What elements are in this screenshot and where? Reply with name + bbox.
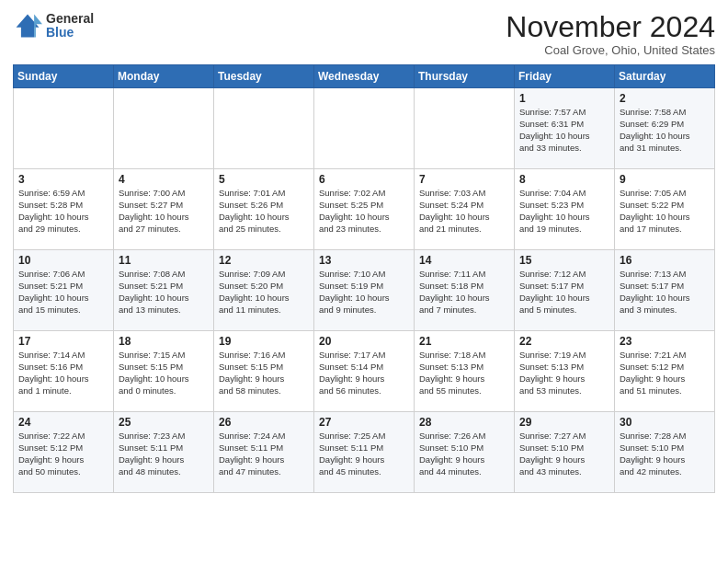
day-number: 1: [519, 92, 609, 105]
day-number: 5: [219, 173, 309, 186]
calendar-cell: 13Sunrise: 7:10 AM Sunset: 5:19 PM Dayli…: [314, 250, 415, 331]
day-info: Sunrise: 7:21 AM Sunset: 5:12 PM Dayligh…: [620, 350, 710, 396]
logo-icon: [13, 11, 42, 40]
calendar-body: 1Sunrise: 7:57 AM Sunset: 6:31 PM Daylig…: [14, 88, 715, 493]
weekday-header-friday: Friday: [515, 65, 615, 88]
calendar-cell: 16Sunrise: 7:13 AM Sunset: 5:17 PM Dayli…: [615, 250, 715, 331]
calendar-cell: 12Sunrise: 7:09 AM Sunset: 5:20 PM Dayli…: [214, 250, 314, 331]
day-info: Sunrise: 7:15 AM Sunset: 5:15 PM Dayligh…: [119, 350, 209, 396]
week-row-2: 3Sunrise: 6:59 AM Sunset: 5:28 PM Daylig…: [14, 169, 715, 250]
day-info: Sunrise: 7:11 AM Sunset: 5:18 PM Dayligh…: [419, 269, 509, 316]
day-info: Sunrise: 7:16 AM Sunset: 5:15 PM Dayligh…: [219, 350, 309, 396]
day-info: Sunrise: 7:10 AM Sunset: 5:19 PM Dayligh…: [319, 269, 409, 316]
weekday-header-saturday: Saturday: [615, 65, 715, 88]
calendar-cell: 17Sunrise: 7:14 AM Sunset: 5:16 PM Dayli…: [14, 331, 114, 412]
week-row-3: 10Sunrise: 7:06 AM Sunset: 5:21 PM Dayli…: [14, 250, 715, 331]
day-info: Sunrise: 7:06 AM Sunset: 5:21 PM Dayligh…: [18, 269, 108, 316]
calendar-cell: 4Sunrise: 7:00 AM Sunset: 5:27 PM Daylig…: [114, 169, 214, 250]
calendar-cell: 26Sunrise: 7:24 AM Sunset: 5:11 PM Dayli…: [214, 412, 314, 493]
day-info: Sunrise: 7:57 AM Sunset: 6:31 PM Dayligh…: [519, 107, 609, 154]
calendar-cell: [415, 88, 515, 169]
day-number: 16: [620, 254, 710, 267]
calendar-cell: 15Sunrise: 7:12 AM Sunset: 5:17 PM Dayli…: [515, 250, 615, 331]
day-info: Sunrise: 7:27 AM Sunset: 5:10 PM Dayligh…: [519, 431, 609, 477]
day-number: 14: [419, 254, 509, 267]
day-number: 23: [620, 335, 710, 348]
logo-general-text: General: [46, 12, 94, 26]
calendar-cell: 2Sunrise: 7:58 AM Sunset: 6:29 PM Daylig…: [615, 88, 715, 169]
day-number: 28: [419, 416, 509, 429]
day-info: Sunrise: 7:17 AM Sunset: 5:14 PM Dayligh…: [319, 350, 409, 396]
calendar-cell: 29Sunrise: 7:27 AM Sunset: 5:10 PM Dayli…: [515, 412, 615, 493]
calendar-cell: [114, 88, 214, 169]
logo-blue-text: Blue: [46, 26, 94, 40]
calendar-cell: 7Sunrise: 7:03 AM Sunset: 5:24 PM Daylig…: [415, 169, 515, 250]
weekday-header-monday: Monday: [114, 65, 214, 88]
day-info: Sunrise: 7:19 AM Sunset: 5:13 PM Dayligh…: [519, 350, 609, 396]
day-number: 29: [519, 416, 609, 429]
page: General Blue November 2024 Coal Grove, O…: [0, 0, 728, 563]
day-number: 7: [419, 173, 509, 186]
calendar-cell: 8Sunrise: 7:04 AM Sunset: 5:23 PM Daylig…: [515, 169, 615, 250]
logo: General Blue: [13, 11, 94, 40]
day-number: 18: [119, 335, 209, 348]
day-info: Sunrise: 7:05 AM Sunset: 5:22 PM Dayligh…: [620, 188, 710, 235]
day-number: 10: [18, 254, 108, 267]
day-info: Sunrise: 7:08 AM Sunset: 5:21 PM Dayligh…: [119, 269, 209, 316]
calendar-cell: 18Sunrise: 7:15 AM Sunset: 5:15 PM Dayli…: [114, 331, 214, 412]
calendar-cell: 5Sunrise: 7:01 AM Sunset: 5:26 PM Daylig…: [214, 169, 314, 250]
day-number: 22: [519, 335, 609, 348]
day-info: Sunrise: 7:14 AM Sunset: 5:16 PM Dayligh…: [18, 350, 108, 396]
header: General Blue November 2024 Coal Grove, O…: [13, 11, 715, 57]
calendar-cell: 28Sunrise: 7:26 AM Sunset: 5:10 PM Dayli…: [415, 412, 515, 493]
calendar: SundayMondayTuesdayWednesdayThursdayFrid…: [13, 64, 715, 493]
day-number: 12: [219, 254, 309, 267]
week-row-5: 24Sunrise: 7:22 AM Sunset: 5:12 PM Dayli…: [14, 412, 715, 493]
weekday-header-sunday: Sunday: [14, 65, 114, 88]
day-info: Sunrise: 7:01 AM Sunset: 5:26 PM Dayligh…: [219, 188, 309, 235]
weekday-header-thursday: Thursday: [415, 65, 515, 88]
day-number: 2: [620, 92, 710, 105]
calendar-cell: [14, 88, 114, 169]
calendar-cell: 30Sunrise: 7:28 AM Sunset: 5:10 PM Dayli…: [615, 412, 715, 493]
calendar-cell: 27Sunrise: 7:25 AM Sunset: 5:11 PM Dayli…: [314, 412, 415, 493]
day-info: Sunrise: 7:24 AM Sunset: 5:11 PM Dayligh…: [219, 431, 309, 477]
weekday-header-wednesday: Wednesday: [314, 65, 415, 88]
day-info: Sunrise: 7:25 AM Sunset: 5:11 PM Dayligh…: [319, 431, 409, 477]
day-number: 24: [18, 416, 108, 429]
day-info: Sunrise: 7:09 AM Sunset: 5:20 PM Dayligh…: [219, 269, 309, 316]
week-row-4: 17Sunrise: 7:14 AM Sunset: 5:16 PM Dayli…: [14, 331, 715, 412]
day-info: Sunrise: 7:02 AM Sunset: 5:25 PM Dayligh…: [319, 188, 409, 235]
calendar-cell: 10Sunrise: 7:06 AM Sunset: 5:21 PM Dayli…: [14, 250, 114, 331]
day-number: 26: [219, 416, 309, 429]
calendar-cell: 9Sunrise: 7:05 AM Sunset: 5:22 PM Daylig…: [615, 169, 715, 250]
day-number: 6: [319, 173, 409, 186]
day-number: 11: [119, 254, 209, 267]
day-info: Sunrise: 7:00 AM Sunset: 5:27 PM Dayligh…: [119, 188, 209, 235]
calendar-cell: 23Sunrise: 7:21 AM Sunset: 5:12 PM Dayli…: [615, 331, 715, 412]
day-number: 19: [219, 335, 309, 348]
day-number: 15: [519, 254, 609, 267]
weekday-row: SundayMondayTuesdayWednesdayThursdayFrid…: [14, 65, 715, 88]
day-info: Sunrise: 7:13 AM Sunset: 5:17 PM Dayligh…: [620, 269, 710, 316]
calendar-cell: 3Sunrise: 6:59 AM Sunset: 5:28 PM Daylig…: [14, 169, 114, 250]
day-info: Sunrise: 7:23 AM Sunset: 5:11 PM Dayligh…: [119, 431, 209, 477]
weekday-header-tuesday: Tuesday: [214, 65, 314, 88]
day-number: 17: [18, 335, 108, 348]
day-number: 4: [119, 173, 209, 186]
title-block: November 2024 Coal Grove, Ohio, United S…: [506, 11, 715, 57]
day-number: 8: [519, 173, 609, 186]
day-info: Sunrise: 7:03 AM Sunset: 5:24 PM Dayligh…: [419, 188, 509, 235]
svg-marker-1: [34, 15, 42, 38]
day-number: 20: [319, 335, 409, 348]
week-row-1: 1Sunrise: 7:57 AM Sunset: 6:31 PM Daylig…: [14, 88, 715, 169]
calendar-cell: 21Sunrise: 7:18 AM Sunset: 5:13 PM Dayli…: [415, 331, 515, 412]
day-number: 9: [620, 173, 710, 186]
day-info: Sunrise: 7:04 AM Sunset: 5:23 PM Dayligh…: [519, 188, 609, 235]
calendar-cell: 25Sunrise: 7:23 AM Sunset: 5:11 PM Dayli…: [114, 412, 214, 493]
calendar-cell: 20Sunrise: 7:17 AM Sunset: 5:14 PM Dayli…: [314, 331, 415, 412]
day-info: Sunrise: 7:26 AM Sunset: 5:10 PM Dayligh…: [419, 431, 509, 477]
day-info: Sunrise: 7:22 AM Sunset: 5:12 PM Dayligh…: [18, 431, 108, 477]
calendar-cell: [214, 88, 314, 169]
day-info: Sunrise: 7:18 AM Sunset: 5:13 PM Dayligh…: [419, 350, 509, 396]
